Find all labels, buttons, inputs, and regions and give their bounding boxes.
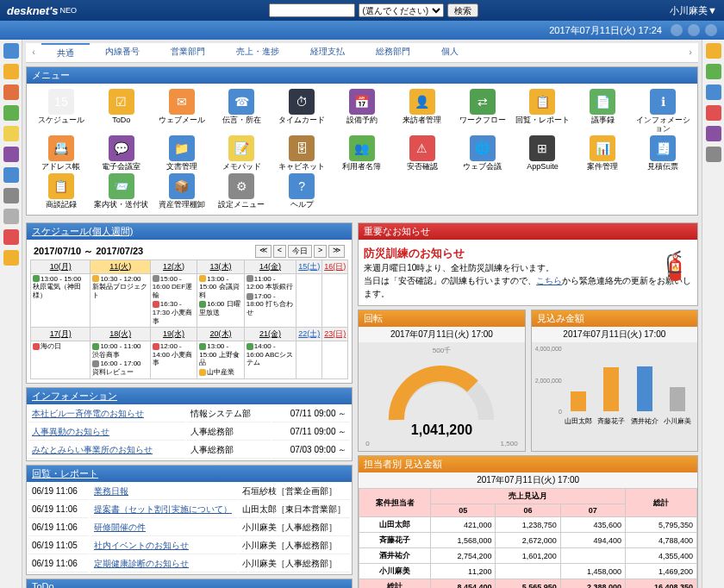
logo: desknet's	[7, 4, 58, 17]
menu-スケジュール[interactable]: 15スケジュール	[32, 89, 90, 134]
antenna-icon[interactable]	[671, 24, 683, 36]
globe-icon[interactable]	[705, 24, 717, 36]
notice-link[interactable]: こちら	[536, 276, 562, 285]
search-scope-select[interactable]: (選んでください)	[359, 3, 444, 17]
date-bar: 2017年07月11日(火) 17:24	[0, 21, 724, 40]
left-sidebar	[0, 40, 22, 588]
menu-ワークフロー[interactable]: ⇄ワークフロー	[453, 89, 512, 134]
menu-利用者名簿[interactable]: 👥利用者名簿	[333, 135, 391, 172]
bar-panel: 見込み金額 2017年07月11日(火) 17:00 4,000,0002,00…	[531, 310, 698, 452]
side-alert-icon[interactable]	[3, 229, 19, 245]
report-panel: 回覧・レポート 06/19 11:06業務日報石垣紗枝［営業企画部］06/19 …	[26, 465, 353, 575]
side-save-icon[interactable]	[3, 209, 19, 224]
menu-文書管理[interactable]: 📁文書管理	[153, 135, 211, 172]
side-mail-icon[interactable]	[3, 84, 19, 100]
menu-商談記録[interactable]: 📋商談記録	[32, 173, 90, 210]
notice-headline: 防災訓練のお知らせ	[364, 245, 692, 262]
schedule-panel: スケジュール(個人週間) 2017/07/10 ～ 2017/07/23 ≪<今…	[26, 222, 353, 384]
side-help-icon[interactable]	[3, 250, 19, 266]
logo-sub: NEO	[59, 6, 77, 15]
report-title[interactable]: 回覧・レポート	[32, 467, 98, 480]
menu-panel: メニュー 15スケジュール☑ToDo✉ウェブメール☎伝言・所在⏱タイムカード📅設…	[26, 66, 698, 216]
side-reserve-icon[interactable]	[3, 147, 19, 162]
menu-案件管理[interactable]: 📊案件管理	[573, 135, 632, 172]
menu-資産管理棚卸[interactable]: 📦資産管理棚卸	[153, 173, 211, 210]
r-icon-6[interactable]	[706, 147, 721, 162]
menu-設備予約[interactable]: 📅設備予約	[333, 89, 391, 134]
todo-title[interactable]: ToDo	[32, 581, 54, 589]
side-info-icon[interactable]	[3, 167, 19, 183]
menu-電子会議室[interactable]: 💬電子会議室	[92, 135, 151, 172]
menu-安否確認[interactable]: ⚠安否確認	[393, 135, 452, 172]
bar-title: 見込み金額	[537, 312, 584, 325]
fire-extinguisher-icon: 🧯	[658, 245, 692, 286]
menu-title: メニュー	[32, 69, 70, 82]
menu-アドレス帳[interactable]: 📇アドレス帳	[32, 135, 90, 172]
tab-6[interactable]: 個人	[426, 43, 474, 62]
side-folder-icon[interactable]	[3, 188, 19, 203]
menu-見積伝票[interactable]: 🧾見積伝票	[634, 135, 692, 172]
menu-伝言・所在[interactable]: ☎伝言・所在	[212, 89, 271, 134]
tab-3[interactable]: 売上・進捗	[221, 43, 295, 62]
menu-インフォメーション[interactable]: ℹインフォメーション	[634, 89, 692, 134]
menu-議事録[interactable]: 📄議事録	[573, 89, 632, 134]
notice-title: 重要なお知らせ	[364, 225, 430, 238]
bar	[571, 391, 586, 412]
menu-設定メニュー[interactable]: ⚙設定メニュー	[212, 173, 271, 210]
tab-prev[interactable]: ‹	[26, 43, 41, 62]
side-todo-icon[interactable]	[3, 64, 19, 79]
notice-panel: 重要なお知らせ 防災訓練のお知らせ 来週月曜日10時より、全社防災訓練を行います…	[358, 222, 698, 307]
top-bar: desknet's NEO (選んでください) 検索 小川麻美▼	[0, 0, 724, 21]
r-icon-5[interactable]	[706, 126, 721, 141]
current-datetime: 2017年07月11日(火) 17:24	[549, 24, 662, 37]
menu-タイムカード[interactable]: ⏱タイムカード	[272, 89, 331, 134]
gauge-value: 1,041,200	[385, 422, 497, 438]
menu-来訪者管理[interactable]: 👤来訪者管理	[393, 89, 452, 134]
bar	[670, 387, 685, 411]
tab-1[interactable]: 内線番号	[90, 43, 155, 62]
r-icon-4[interactable]	[706, 105, 721, 121]
gauge-time: 2017年07月11日(火) 17:00	[359, 327, 524, 342]
tab-4[interactable]: 経理支払	[295, 43, 360, 62]
notify-icon[interactable]	[688, 24, 700, 36]
r-icon-3[interactable]	[706, 84, 721, 100]
bar	[603, 367, 619, 411]
todo-panel: ToDo すべてのタスク 完了 期限切れ タスク一覧 タスクはありません。 期限…	[26, 579, 353, 589]
nav-btn[interactable]: 今日	[288, 245, 312, 258]
bar	[637, 366, 652, 411]
r-icon-1[interactable]	[706, 43, 721, 59]
menu-キャビネット[interactable]: 🗄キャビネット	[272, 135, 331, 172]
search-button[interactable]: 検索	[447, 3, 478, 17]
nav-btn[interactable]: <	[273, 245, 286, 258]
tab-bar: ‹ 共通内線番号営業部門売上・進捗経理支払総務部門個人 ›	[26, 43, 698, 63]
tab-next[interactable]: ›	[683, 43, 698, 62]
nav-btn[interactable]: ≫	[328, 245, 345, 258]
nav-btn[interactable]: ≪	[255, 245, 272, 258]
gauge-chart: 1,041,200	[385, 364, 497, 424]
search-input[interactable]	[269, 3, 355, 17]
schedule-title[interactable]: スケジュール(個人週間)	[32, 225, 133, 238]
user-menu[interactable]: 小川麻美▼	[670, 4, 717, 17]
tab-0[interactable]: 共通	[41, 43, 90, 62]
menu-ToDo[interactable]: ☑ToDo	[92, 89, 151, 134]
menu-ヘルプ[interactable]: ?ヘルプ	[272, 173, 331, 210]
tab-5[interactable]: 総務部門	[360, 43, 426, 62]
info-title[interactable]: インフォメーション	[32, 390, 117, 403]
nav-btn[interactable]: >	[314, 245, 327, 258]
bar-time: 2017年07月11日(火) 17:00	[532, 327, 697, 342]
tab-2[interactable]: 営業部門	[155, 43, 221, 62]
menu-AppSuite[interactable]: ⊞AppSuite	[514, 135, 572, 172]
gauge-title: 回転	[364, 312, 383, 325]
side-flow-icon[interactable]	[3, 105, 19, 121]
menu-案内状・送付状[interactable]: 📨案内状・送付状	[92, 173, 151, 210]
menu-メモパッド[interactable]: 📝メモパッド	[212, 135, 271, 172]
menu-ウェブメール[interactable]: ✉ウェブメール	[153, 89, 211, 134]
menu-回覧・レポート[interactable]: 📋回覧・レポート	[514, 89, 572, 134]
side-schedule-icon[interactable]	[3, 43, 19, 59]
gauge-panel: 回転 2017年07月11日(火) 17:00 500千 1,041,200 0…	[358, 310, 525, 452]
side-memo-icon[interactable]	[3, 126, 19, 141]
r-icon-2[interactable]	[706, 64, 721, 79]
menu-ウェブ会議[interactable]: 🌐ウェブ会議	[453, 135, 512, 172]
info-panel: インフォメーション 本社ビル一斉停電のお知らせ情報システム部07/11 09:0…	[26, 387, 353, 461]
notice-line1: 来週月曜日10時より、全社防災訓練を行います。	[364, 261, 692, 274]
